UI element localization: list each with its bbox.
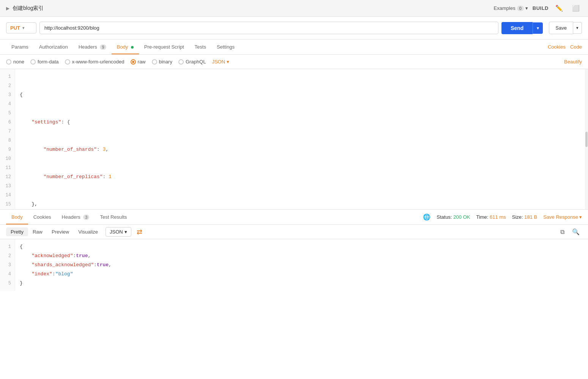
examples-label: Examples [494,5,515,11]
line-num-1: 1 [0,72,15,81]
send-button[interactable]: Send [501,22,533,34]
response-view-bar: Pretty Raw Preview Visualize JSON ▾ ⇄ ⧉ … [0,225,588,239]
response-format-arrow: ▾ [125,229,127,235]
tab-authorization[interactable]: Authorization [34,40,73,54]
top-bar: ▶ 创建blog索引 Examples 0 ▾ BUILD ✏️ ⬜ [0,0,588,17]
json-format-label: JSON [212,59,225,65]
layout-icon[interactable]: ⬜ [570,4,582,13]
editor-scroll-thumb [585,132,588,147]
resp-code-line-2: "acknowledged": true, [20,251,583,261]
tabs-right-actions: Cookies Code [548,44,582,50]
line-num-7: 7 [0,127,15,136]
resp-tab-body[interactable]: Body [6,210,28,224]
response-editor: 1 2 3 4 5 { "acknowledged": true, "shard… [0,239,588,291]
copy-icon[interactable]: ⧉ [558,227,567,236]
resp-line-numbers: 1 2 3 4 5 [0,239,15,291]
editor-scrollbar[interactable] [585,69,588,209]
edit-icon[interactable]: ✏️ [553,4,565,13]
tab-body[interactable]: Body [112,40,139,54]
save-response-button[interactable]: Save Response ▾ [543,214,582,220]
response-tabs-bar: Body Cookies Headers 3 Test Results 🌐 St… [0,210,588,225]
view-tab-raw[interactable]: Raw [28,227,47,236]
response-tools: ⧉ 🔍 [558,227,582,236]
method-arrow-icon: ▾ [22,26,24,30]
body-dot-icon [131,46,134,49]
line-num-13: 13 [0,182,15,191]
tab-params[interactable]: Params [6,40,34,54]
line-num-3: 3 [0,90,15,99]
build-button[interactable]: BUILD [533,5,549,11]
examples-button[interactable]: Examples 0 ▾ [494,5,528,11]
tab-headers[interactable]: Headers 9 [73,40,112,54]
radio-graphql-circle [178,59,184,65]
resp-headers-badge: 3 [83,215,89,220]
json-format-dropdown[interactable]: JSON ▾ [212,59,229,65]
radio-form-data[interactable]: form-data [30,59,59,65]
response-format-label: JSON [110,229,123,235]
response-json-dropdown[interactable]: JSON ▾ [106,227,131,237]
radio-form-data-circle [30,59,36,65]
size-value: 181 B [524,214,537,220]
code-line-5: }, [20,200,583,209]
method-select[interactable]: PUT ▾ [6,22,36,33]
search-icon[interactable]: 🔍 [570,227,582,236]
resp-code-line-3: "shards_acknowledged": true, [20,261,583,270]
radio-urlencoded-label: x-www-form-urlencoded [72,59,125,65]
wrap-button[interactable]: ⇄ [134,227,145,237]
request-editor[interactable]: 1 2 3 4 5 6 7 8 9 10 11 12 13 14 15 16 {… [0,69,588,210]
globe-icon: 🌐 [423,213,430,221]
line-num-2: 2 [0,81,15,90]
view-tab-pretty[interactable]: Pretty [6,227,28,236]
request-tabs-bar: Params Authorization Headers 9 Body Pre-… [0,39,588,55]
response-section: Body Cookies Headers 3 Test Results 🌐 St… [0,210,588,346]
resp-line-num-1: 1 [0,242,15,251]
resp-tab-test-results[interactable]: Test Results [95,210,132,224]
tab-tests[interactable]: Tests [189,40,211,54]
send-arrow-button[interactable]: ▾ [533,22,543,34]
view-tab-preview[interactable]: Preview [47,227,74,236]
url-input[interactable] [39,22,498,34]
examples-arrow-icon: ▾ [525,5,528,11]
save-button[interactable]: Save [549,22,573,34]
tab-pre-request-script[interactable]: Pre-request Script [139,40,189,54]
radio-binary[interactable]: binary [152,59,172,65]
resp-line-num-4: 4 [0,270,15,279]
cookies-link[interactable]: Cookies [548,44,566,50]
resp-line-num-2: 2 [0,251,15,261]
examples-count: 0 [517,6,524,11]
headers-badge: 9 [100,44,106,50]
code-link[interactable]: Code [570,44,582,50]
line-num-12: 12 [0,172,15,182]
radio-form-data-label: form-data [38,59,59,65]
beautify-button[interactable]: Beautify [564,59,582,65]
line-num-4: 4 [0,99,15,109]
line-num-11: 11 [0,163,15,172]
radio-urlencoded[interactable]: x-www-form-urlencoded [65,59,125,65]
line-num-14: 14 [0,191,15,200]
line-num-6: 6 [0,118,15,127]
radio-raw[interactable]: raw [131,59,146,65]
save-response-arrow: ▾ [579,214,582,220]
tab-settings[interactable]: Settings [211,40,240,54]
time-value: 611 ms [490,214,506,220]
radio-raw-label: raw [138,59,146,65]
top-bar-right: Examples 0 ▾ BUILD ✏️ ⬜ [494,4,582,13]
request-code-content: { "settings": { "number_of_shards": 3, "… [15,69,588,210]
resp-tab-headers[interactable]: Headers 3 [57,210,95,224]
view-tab-visualize[interactable]: Visualize [74,227,102,236]
body-type-bar: none form-data x-www-form-urlencoded raw… [0,55,588,69]
radio-graphql[interactable]: GraphQL [178,59,206,65]
save-arrow-button[interactable]: ▾ [573,22,582,34]
radio-none-label: none [13,59,24,65]
radio-none[interactable]: none [6,59,24,65]
size-label: Size: 181 B [512,214,538,220]
line-num-5: 5 [0,109,15,118]
expand-icon: ▶ [6,6,9,11]
radio-raw-circle [131,59,136,65]
resp-tab-cookies[interactable]: Cookies [28,210,57,224]
request-title: 创建blog索引 [13,5,44,12]
time-label: Time: 611 ms [476,214,506,220]
top-bar-left: ▶ 创建blog索引 [6,5,44,12]
response-code-content: { "acknowledged": true, "shards_acknowle… [15,239,588,291]
status-value: 200 OK [453,214,470,220]
